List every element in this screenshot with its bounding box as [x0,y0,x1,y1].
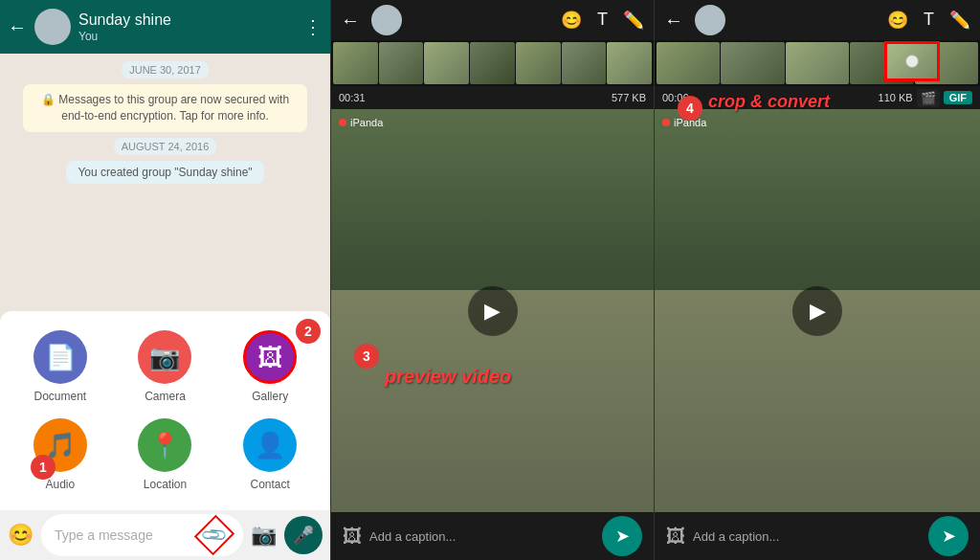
avatar-mid [371,5,402,35]
encryption-notice[interactable]: 🔒 Messages to this group are now secured… [23,84,306,132]
add-caption-icon-mid[interactable]: 🖼 [343,526,362,548]
emoji-icon-mid[interactable]: 😊 [561,10,582,31]
attach-contact[interactable]: 👤 Contact [225,418,315,491]
audio-label: Audio [45,478,75,491]
thumb-r3 [786,42,849,84]
thumbnail-strip-mid [331,40,654,86]
draw-icon-mid[interactable]: ✏️ [623,10,644,31]
video-size-mid: 577 KB [612,92,646,103]
video-preview-mid: iPanda ▶ [331,109,654,512]
gallery-label: Gallery [252,390,288,403]
caption-bar-right: 🖼 Add a caption... ➤ [655,512,980,560]
header-icons-mid: 😊 T ✏️ [561,10,644,31]
header-info: Sunday shine You [78,11,296,42]
step-3-badge: 3 [354,344,379,369]
thumbnail-strip-right [655,40,980,86]
caption-input-mid[interactable]: Add a caption... [369,529,479,544]
caption-input-right[interactable]: Add a caption... [693,529,803,544]
document-label: Document [33,390,86,403]
editor-header-mid: ← 😊 T ✏️ [331,0,654,40]
thumb-4 [470,42,515,84]
video-editor-panel-right: ← 😊 T ✏️ 00:06 110 KB [655,0,980,560]
play-button-mid[interactable]: ▶ [468,286,518,336]
emoji-icon-right[interactable]: 😊 [887,10,908,31]
thumb-r1 [657,42,720,84]
thumb-6 [562,42,607,84]
thumb-1 [333,42,378,84]
camera-label: Camera [145,390,186,403]
caption-bar-mid: 🖼 Add a caption... ➤ [331,512,654,560]
input-placeholder: Type a message [55,527,153,543]
video-size-right: 110 KB [879,92,913,103]
attach-location[interactable]: 📍 Location [121,418,211,491]
attach-camera[interactable]: 📷 Camera [121,330,211,403]
header-icons-right: 😊 T ✏️ [887,10,970,31]
step-4-badge: 4 [678,96,702,121]
mic-button[interactable]: 🎤 [284,516,323,554]
back-icon-mid[interactable]: ← [341,10,360,32]
thumb-7 [607,42,652,84]
crop-convert-label: crop & convert [708,92,830,112]
more-options-icon[interactable]: ⋮ [303,15,323,38]
preview-video-label: preview video [385,366,511,388]
attach-audio[interactable]: 🎵 Audio [15,418,105,491]
meta-right-area: 110 KB 🎬 GIF [879,89,972,107]
paperclip-icon[interactable]: 📎 [194,515,234,555]
video-editor-panel-mid: ← 😊 T ✏️ 00:31 577 KB [330,0,655,560]
send-button-mid[interactable]: ➤ [602,516,642,556]
draw-icon-right[interactable]: ✏️ [949,10,970,31]
contact-icon: 👤 [243,418,297,472]
avatar-right [695,5,725,35]
date-badge-june: JUNE 30, 2017 [122,61,209,78]
emoji-icon[interactable]: 😊 [8,523,33,548]
thumb-5 [516,42,561,84]
thumb-r2 [721,42,784,84]
ipanda-label-mid: iPanda [339,117,383,128]
attach-menu: 📄 Document 📷 Camera 🖼 Gallery 2 🎵 Audio … [0,311,330,510]
gif-button[interactable]: GIF [944,91,972,104]
step-1-badge: 1 [31,455,56,480]
text-icon-mid[interactable]: T [597,10,608,31]
location-label: Location [144,478,187,491]
contact-label: Contact [250,478,289,491]
video-meta-mid: 00:31 577 KB [331,86,654,109]
video-preview-right: iPanda ▶ [655,109,980,512]
send-button-right[interactable]: ➤ [928,516,969,556]
gallery-icon: 🖼 [243,330,297,384]
thumb-2 [379,42,424,84]
location-icon: 📍 [138,418,191,472]
video-time-mid: 00:31 [339,92,366,103]
video-editor-mid: ← 😊 T ✏️ 00:31 577 KB [331,0,654,560]
document-icon: 📄 [33,330,87,384]
ipanda-dot-mid [339,119,346,126]
video-cam-icon-right: 🎬 [917,89,940,107]
camera-icon: 📷 [138,330,191,384]
back-icon-right[interactable]: ← [664,10,683,32]
camera-input-icon[interactable]: 📷 [251,523,277,548]
play-button-right[interactable]: ▶ [792,286,842,336]
ipanda-dot-right [662,119,670,126]
avatar [34,9,71,45]
video-editor-right: ← 😊 T ✏️ 00:06 110 KB [655,0,980,560]
text-icon-right[interactable]: T [924,10,934,31]
chat-sub: You [78,30,296,43]
thumbnail-selection-box [884,41,940,81]
thumb-3 [424,42,469,84]
chat-input-area: 😊 Type a message 📎 📷 🎤 [0,510,330,560]
editor-header-right: ← 😊 T ✏️ [655,0,980,40]
chat-header: ← Sunday shine You ⋮ [0,0,330,54]
attach-gallery[interactable]: 🖼 Gallery 2 [225,330,315,403]
group-created-msg: You created group "Sunday shine" [66,161,263,184]
attach-document[interactable]: 📄 Document [15,330,105,403]
chat-panel: ← Sunday shine You ⋮ JUNE 30, 2017 🔒 Mes… [0,0,330,560]
date-badge-aug: AUGUST 24, 2016 [114,138,217,155]
back-arrow-icon[interactable]: ← [8,16,27,38]
message-input[interactable]: Type a message 📎 [41,514,243,556]
add-caption-icon-right[interactable]: 🖼 [666,526,685,548]
step-2-badge: 2 [296,319,321,344]
chat-name: Sunday shine [78,11,296,29]
